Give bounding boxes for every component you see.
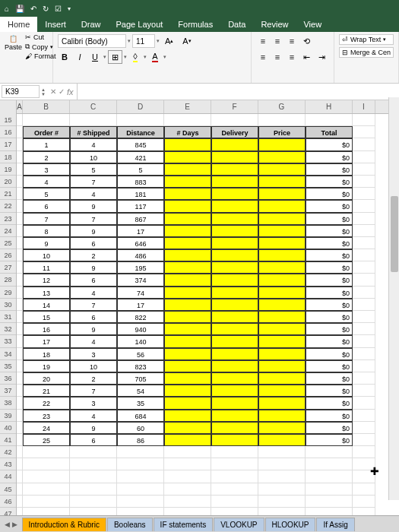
cell[interactable] bbox=[306, 446, 353, 458]
cell[interactable] bbox=[258, 422, 306, 434]
row-header[interactable]: 36 bbox=[0, 372, 16, 385]
cell[interactable] bbox=[211, 163, 258, 176]
redo-icon[interactable]: ↻ bbox=[43, 5, 49, 13]
cell[interactable] bbox=[17, 163, 23, 176]
home-icon[interactable]: ⌂ bbox=[5, 5, 9, 13]
cell[interactable]: 20 bbox=[23, 372, 70, 385]
col-header-f[interactable]: F bbox=[211, 100, 258, 113]
cell[interactable] bbox=[353, 335, 375, 347]
cell[interactable]: Delivery bbox=[211, 126, 258, 138]
cell[interactable]: 16 bbox=[23, 323, 70, 335]
tab-home[interactable]: Home bbox=[0, 17, 37, 32]
cell[interactable] bbox=[258, 151, 306, 163]
cell[interactable] bbox=[17, 470, 23, 483]
col-header-a[interactable]: A bbox=[17, 100, 23, 113]
cell[interactable]: $0 bbox=[306, 274, 353, 286]
enter-icon[interactable]: ✓ bbox=[59, 87, 65, 96]
row-header[interactable]: 38 bbox=[0, 397, 16, 409]
cell[interactable]: 2 bbox=[70, 249, 117, 261]
cell[interactable] bbox=[17, 434, 23, 446]
cell[interactable] bbox=[258, 213, 306, 225]
cell[interactable] bbox=[353, 360, 375, 372]
cell[interactable]: 3 bbox=[70, 348, 117, 360]
col-header-g[interactable]: G bbox=[258, 100, 306, 113]
cell[interactable] bbox=[70, 446, 117, 458]
cell[interactable] bbox=[353, 274, 375, 286]
cell[interactable] bbox=[211, 397, 258, 409]
cell[interactable]: 4 bbox=[70, 188, 117, 200]
cell[interactable] bbox=[164, 299, 211, 311]
underline-button[interactable]: U bbox=[88, 50, 102, 64]
cell[interactable] bbox=[353, 434, 375, 446]
row-header[interactable]: 43 bbox=[0, 458, 16, 470]
cell[interactable]: 2 bbox=[23, 151, 70, 163]
increase-indent-button[interactable]: ⇥ bbox=[315, 50, 329, 64]
cell[interactable]: 74 bbox=[117, 287, 164, 299]
cell[interactable]: 18 bbox=[23, 348, 70, 360]
cell[interactable]: 86 bbox=[117, 434, 164, 446]
cell[interactable] bbox=[258, 496, 306, 508]
cell[interactable] bbox=[211, 287, 258, 299]
cell[interactable] bbox=[164, 422, 211, 434]
bold-button[interactable]: B bbox=[58, 50, 71, 64]
sheet-nav[interactable]: ◀ ▶ bbox=[0, 521, 22, 528]
cell[interactable] bbox=[17, 138, 23, 150]
cell[interactable] bbox=[23, 496, 70, 508]
cell[interactable] bbox=[117, 496, 164, 508]
cell[interactable] bbox=[353, 213, 375, 225]
tab-page-layout[interactable]: Page Layout bbox=[109, 17, 171, 32]
cell[interactable]: 7 bbox=[70, 299, 117, 311]
cell[interactable] bbox=[211, 335, 258, 347]
decrease-indent-button[interactable]: ⇤ bbox=[299, 50, 314, 64]
cell[interactable] bbox=[17, 422, 23, 434]
cell[interactable]: 9 bbox=[70, 200, 117, 212]
cell[interactable] bbox=[17, 126, 23, 138]
cell[interactable] bbox=[164, 323, 211, 335]
paste-button[interactable]: 📋 Paste bbox=[3, 33, 24, 81]
cell[interactable] bbox=[353, 323, 375, 335]
cell[interactable] bbox=[353, 496, 375, 508]
cell[interactable]: 7 bbox=[70, 176, 117, 188]
undo-icon[interactable]: ↶ bbox=[30, 5, 36, 13]
cell[interactable]: $0 bbox=[306, 434, 353, 446]
cell[interactable]: $0 bbox=[306, 299, 353, 311]
cell[interactable] bbox=[23, 446, 70, 458]
cell[interactable] bbox=[164, 138, 211, 150]
cell[interactable]: 3 bbox=[23, 163, 70, 176]
cell[interactable]: 823 bbox=[117, 360, 164, 372]
cell[interactable] bbox=[117, 470, 164, 483]
cell[interactable] bbox=[211, 446, 258, 458]
cell[interactable] bbox=[258, 299, 306, 311]
cell[interactable] bbox=[17, 287, 23, 299]
cell[interactable]: 13 bbox=[23, 287, 70, 299]
cell[interactable]: 3 bbox=[70, 397, 117, 409]
cell[interactable]: 7 bbox=[23, 213, 70, 225]
cell[interactable] bbox=[353, 200, 375, 212]
cell[interactable]: Total bbox=[306, 126, 353, 138]
border-button[interactable]: ⊞ bbox=[108, 50, 122, 64]
cell[interactable] bbox=[353, 188, 375, 200]
cell[interactable] bbox=[164, 213, 211, 225]
cell[interactable] bbox=[211, 213, 258, 225]
cell[interactable]: $0 bbox=[306, 360, 353, 372]
cell[interactable] bbox=[23, 470, 70, 483]
cell[interactable] bbox=[258, 470, 306, 483]
cell[interactable] bbox=[17, 213, 23, 225]
cell[interactable] bbox=[164, 287, 211, 299]
cell[interactable] bbox=[258, 225, 306, 237]
cell[interactable] bbox=[17, 372, 23, 385]
cell[interactable] bbox=[164, 188, 211, 200]
cell[interactable]: 23 bbox=[23, 410, 70, 422]
cell[interactable] bbox=[306, 470, 353, 483]
cell[interactable]: 117 bbox=[117, 200, 164, 212]
cell[interactable] bbox=[164, 470, 211, 483]
cell[interactable]: 21 bbox=[23, 385, 70, 397]
cell[interactable]: 684 bbox=[117, 410, 164, 422]
cell[interactable]: 6 bbox=[70, 274, 117, 286]
cell[interactable] bbox=[17, 249, 23, 261]
row-header[interactable]: 30 bbox=[0, 299, 16, 311]
cell[interactable] bbox=[211, 483, 258, 496]
cell[interactable]: $0 bbox=[306, 323, 353, 335]
format-painter-button[interactable]: 🖌Format bbox=[25, 52, 56, 60]
cell[interactable]: 705 bbox=[117, 372, 164, 385]
